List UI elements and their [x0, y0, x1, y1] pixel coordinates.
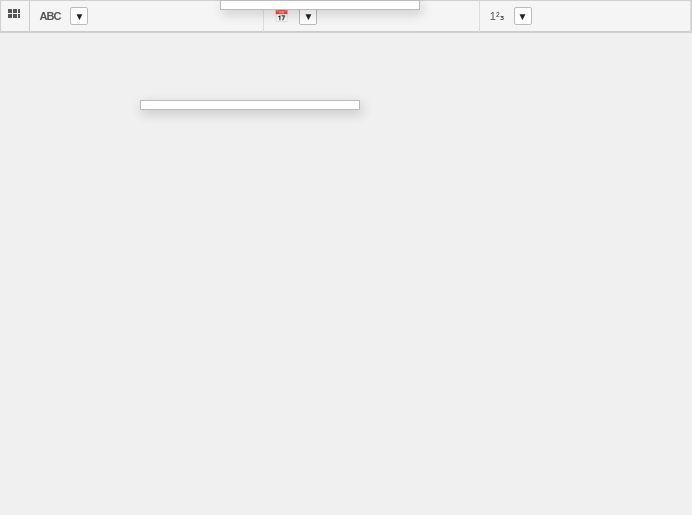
svg-rect-1	[13, 9, 17, 13]
svg-rect-3	[8, 14, 12, 18]
calendar-icon: 📅	[274, 9, 289, 23]
abc-icon: ABC	[40, 10, 61, 22]
grid-icon	[7, 8, 21, 25]
row-num-header	[1, 1, 29, 32]
sales-filter-btn[interactable]: ▼	[514, 7, 532, 25]
svg-rect-4	[13, 14, 17, 18]
svg-rect-5	[18, 14, 20, 18]
text-filters-submenu	[220, 0, 420, 10]
svg-rect-2	[18, 9, 20, 13]
context-menu	[140, 100, 360, 110]
account-code-filter-btn[interactable]: ▼	[70, 7, 88, 25]
num-icon: 1²₃	[490, 10, 504, 23]
svg-rect-0	[8, 9, 12, 13]
sales-header: 1²₃ ▼	[479, 1, 690, 32]
